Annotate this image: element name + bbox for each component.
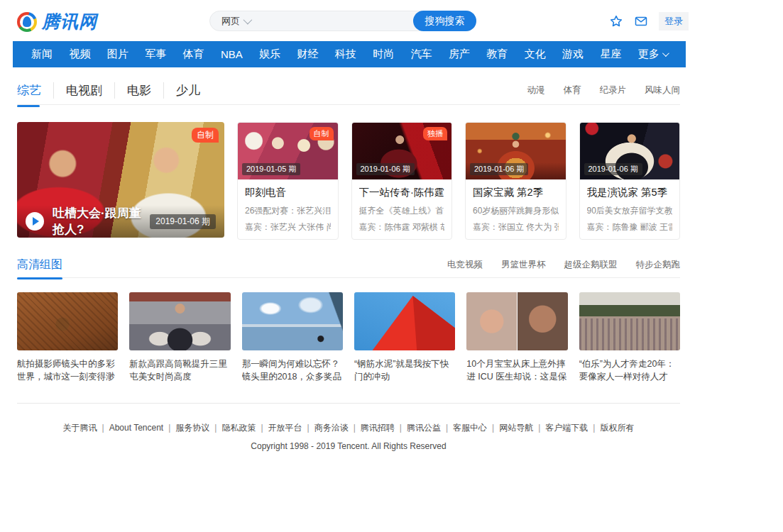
nav-item-military[interactable]: 军事 xyxy=(145,48,166,61)
footer-link-charity[interactable]: 腾讯公益 xyxy=(407,423,453,433)
episode-date-badge: 2019-01-06 期 xyxy=(356,163,415,175)
link-super-penguin-league[interactable]: 超级企鹅联盟 xyxy=(564,259,618,271)
footer-link-open-platform[interactable]: 开放平台 xyxy=(268,423,314,433)
video-card-body: 我是演说家 第5季 90后美女放弃留学支教山村 嘉宾：陈鲁豫 郦波 王雷 xyxy=(580,179,680,239)
nav-item-nba[interactable]: NBA xyxy=(221,48,243,60)
video-title[interactable]: 国家宝藏 第2季 xyxy=(473,186,559,199)
footer-link-client-download[interactable]: 客户端下载 xyxy=(545,423,600,433)
favorites-star-icon[interactable] xyxy=(609,14,623,28)
photo-caption[interactable]: 那一瞬间为何难以忘怀？镜头里的2018，众多奖品等你领！ xyxy=(242,358,343,384)
tab-kids[interactable]: 少儿 xyxy=(163,82,200,99)
photo-caption[interactable]: “钢筋水泥”就是我按下快门的冲动 xyxy=(354,358,455,384)
tab-tv-series[interactable]: 电视剧 xyxy=(53,82,102,99)
footer-link-privacy[interactable]: 隐私政策 xyxy=(221,423,268,433)
footer-link-copyright[interactable]: 版权所有 xyxy=(600,423,634,433)
photo-card[interactable]: 那一瞬间为何难以忘怀？镜头里的2018，众多奖品等你领！ xyxy=(242,292,343,384)
nav-item-auto[interactable]: 汽车 xyxy=(411,48,432,61)
video-subtitle: 挺齐全《英雄上线》首秀 xyxy=(359,205,445,217)
copyright-text: Copyright 1998 - 2019 Tencent. All Right… xyxy=(17,441,680,451)
video-guests: 嘉宾：张国立 佟大为 张若昀 xyxy=(473,221,559,233)
photo-card[interactable]: 航拍摄影师镜头中的多彩世界，城市这一刻变得渺小 xyxy=(17,292,118,384)
video-title[interactable]: 我是演说家 第5季 xyxy=(587,186,673,199)
nav-item-finance[interactable]: 财经 xyxy=(297,48,318,61)
tab-movies[interactable]: 电影 xyxy=(114,82,151,99)
search-input[interactable] xyxy=(250,11,413,31)
play-icon[interactable] xyxy=(26,212,44,231)
nav-item-more[interactable]: 更多 xyxy=(638,48,667,61)
nav-item-video[interactable]: 视频 xyxy=(69,48,90,61)
link-sports[interactable]: 体育 xyxy=(564,84,581,96)
photo-card[interactable]: “钢筋水泥”就是我按下快门的冲动 xyxy=(354,292,455,384)
footer-link-about[interactable]: 关于腾讯 xyxy=(63,423,109,433)
video-thumbnail[interactable]: 2019-01-06 期 xyxy=(466,123,566,179)
login-button[interactable]: 登录 xyxy=(659,12,689,31)
video-card[interactable]: 2019-01-06 期 国家宝藏 第2季 60岁杨丽萍跳舞身形似少女 嘉宾：张… xyxy=(465,122,566,240)
gallery-title[interactable]: 高清组图 xyxy=(17,257,62,272)
video-card-body: 下一站传奇·陈伟霆激动 挺齐全《英雄上线》首秀 嘉宾：陈伟霆 邓紫棋 胡海泉 xyxy=(352,179,452,239)
video-guests: 嘉宾：陈伟霆 邓紫棋 胡海泉 xyxy=(359,221,445,233)
footer-link-jobs[interactable]: 腾讯招聘 xyxy=(361,423,407,433)
chevron-down-icon xyxy=(662,50,669,57)
photo-card[interactable]: “伯乐”为人才奔走20年：要像家人一样对待人才 xyxy=(579,292,680,384)
search-category-dropdown[interactable]: 网页 xyxy=(221,15,250,28)
video-title[interactable]: 即刻电音 xyxy=(245,186,331,199)
main-nav: 新闻 视频 图片 军事 体育 NBA 娱乐 财经 科技 时尚 汽车 房产 教育 … xyxy=(13,41,686,67)
footer-link-about-en[interactable]: About Tencent xyxy=(109,423,176,433)
featured-title[interactable]: 吐槽大会·跟周董抢人? xyxy=(53,205,141,238)
video-thumbnail[interactable]: 独播 2019-01-06 期 xyxy=(352,123,452,179)
subnav-tabs: 综艺 电视剧 电影 少儿 xyxy=(17,82,200,99)
nav-item-culture[interactable]: 文化 xyxy=(525,48,546,61)
nav-item-tech[interactable]: 科技 xyxy=(335,48,356,61)
episode-date-badge: 2019-01-06 期 xyxy=(584,163,642,175)
photo-card[interactable]: 新款高跟高筒靴提升三里屯美女时尚高度 xyxy=(129,292,230,384)
nav-item-news[interactable]: 新闻 xyxy=(31,48,53,61)
link-esports-video[interactable]: 电竞视频 xyxy=(447,259,483,271)
photo-thumbnail[interactable] xyxy=(354,292,455,350)
site-logo[interactable]: 腾讯网 xyxy=(17,10,97,33)
tab-variety[interactable]: 综艺 xyxy=(17,82,41,99)
nav-more-label: 更多 xyxy=(638,48,659,61)
link-penguin-run[interactable]: 特步企鹅跑 xyxy=(636,259,681,271)
nav-item-entertainment[interactable]: 娱乐 xyxy=(259,48,280,61)
video-guests: 嘉宾：陈鲁豫 郦波 王雷 xyxy=(587,221,673,233)
photo-caption[interactable]: 航拍摄影师镜头中的多彩世界，城市这一刻变得渺小 xyxy=(17,358,118,384)
video-card[interactable]: 独播 2019-01-06 期 下一站传奇·陈伟霆激动 挺齐全《英雄上线》首秀 … xyxy=(351,122,453,240)
photo-caption[interactable]: 新款高跟高筒靴提升三里屯美女时尚高度 xyxy=(129,358,230,384)
footer-link-sitemap[interactable]: 网站导航 xyxy=(499,423,545,433)
photo-card[interactable]: 10个月宝宝从床上意外摔进 ICU 医生却说：这是保命一摔 xyxy=(466,292,567,384)
footer-links: 关于腾讯About Tencent服务协议隐私政策开放平台商务洽谈腾讯招聘腾讯公… xyxy=(17,422,680,434)
photo-caption[interactable]: “伯乐”为人才奔走20年：要像家人一样对待人才 xyxy=(579,358,680,384)
nav-item-education[interactable]: 教育 xyxy=(486,48,508,61)
video-card[interactable]: 自制 2019-01-05 期 即刻电音 26强配对赛：张艺兴泪洒现场 嘉宾：张… xyxy=(237,122,339,240)
photo-thumbnail[interactable] xyxy=(466,292,567,350)
featured-overlay: 吐槽大会·跟周董抢人? 2019-01-06 期 xyxy=(17,205,224,238)
video-thumbnail[interactable]: 自制 2019-01-05 期 xyxy=(238,123,338,179)
link-documentary[interactable]: 纪录片 xyxy=(600,84,627,96)
search-button[interactable]: 搜狗搜索 xyxy=(413,11,476,31)
link-anime[interactable]: 动漫 xyxy=(527,84,545,96)
mail-icon[interactable] xyxy=(634,14,648,28)
photo-thumbnail[interactable] xyxy=(17,292,118,350)
episode-date-badge: 2019-01-06 期 xyxy=(470,163,528,175)
nav-item-games[interactable]: 游戏 xyxy=(562,48,584,61)
video-card[interactable]: 2019-01-06 期 我是演说家 第5季 90后美女放弃留学支教山村 嘉宾：… xyxy=(579,122,681,240)
footer-link-service[interactable]: 客服中心 xyxy=(453,423,499,433)
link-basketball-worldcup[interactable]: 男篮世界杯 xyxy=(501,259,546,271)
featured-video-card[interactable]: 自制 吐槽大会·跟周董抢人? 2019-01-06 期 xyxy=(17,122,224,238)
link-flavor-world[interactable]: 风味人间 xyxy=(645,84,680,96)
video-thumbnail[interactable]: 2019-01-06 期 xyxy=(580,123,680,179)
photo-thumbnail[interactable] xyxy=(242,292,343,350)
footer-link-terms[interactable]: 服务协议 xyxy=(175,423,221,433)
photo-caption[interactable]: 10个月宝宝从床上意外摔进 ICU 医生却说：这是保命一摔 xyxy=(466,358,567,384)
footer-link-business[interactable]: 商务洽谈 xyxy=(314,423,361,433)
photo-thumbnail[interactable] xyxy=(579,292,680,350)
nav-item-sports[interactable]: 体育 xyxy=(183,48,204,61)
nav-item-astrology[interactable]: 星座 xyxy=(600,48,621,61)
nav-item-house[interactable]: 房产 xyxy=(449,48,470,61)
photo-thumbnail[interactable] xyxy=(129,292,230,350)
nav-item-fashion[interactable]: 时尚 xyxy=(373,48,394,61)
video-title[interactable]: 下一站传奇·陈伟霆激动 xyxy=(359,186,445,199)
video-guests: 嘉宾：张艺兴 大张伟 尚雯婕 xyxy=(245,221,331,233)
video-card-row: 自制 吐槽大会·跟周董抢人? 2019-01-06 期 自制 2019-01-0… xyxy=(17,122,680,240)
nav-item-pictures[interactable]: 图片 xyxy=(107,48,128,61)
